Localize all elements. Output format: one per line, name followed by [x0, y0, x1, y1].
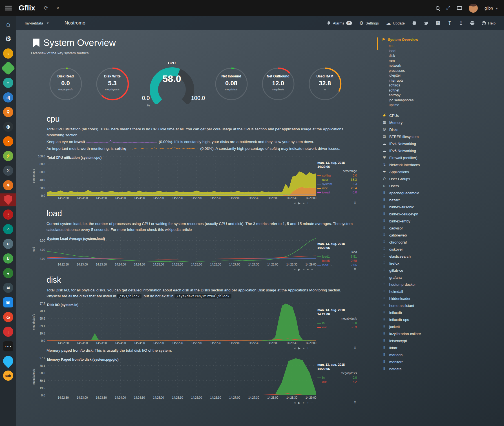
chart-zoom-in-icon[interactable]: +	[307, 401, 309, 404]
menu-item-jackett[interactable]: ⠿jackett	[382, 323, 504, 330]
import-button[interactable]: ↧	[448, 20, 452, 26]
chart-zoom-out-icon[interactable]: −	[311, 401, 313, 404]
chart-pan-left-icon[interactable]: «	[294, 347, 296, 350]
menu-item-elasticsearch[interactable]: ⠿elasticsearch	[382, 253, 504, 260]
menu-item-apacheguacamole[interactable]: ⠿apacheguacamole	[382, 189, 504, 197]
menu-item-system-overview[interactable]: ⚑System Overview	[382, 37, 504, 42]
app-orange-search-icon[interactable]: ⚲	[0, 106, 16, 119]
github-button[interactable]	[412, 21, 417, 25]
app-dark-green-circle-icon[interactable]: ●	[0, 267, 16, 280]
chart-resize-handle-icon[interactable]: ⇕	[353, 267, 356, 271]
menu-item-ipv4-networking[interactable]: ☁IPv4 Networking	[382, 140, 504, 147]
app-blue-drop-icon[interactable]	[0, 354, 16, 367]
legend-out[interactable]: out-5.3	[317, 325, 357, 329]
legend-softirq[interactable]: softirq0.0	[317, 173, 357, 178]
chart-plot-area[interactable]: load6.004.002.00	[47, 237, 316, 262]
chart-resize-handle-icon[interactable]: ⇕	[353, 400, 356, 404]
menu-item-calibreweb[interactable]: ⠿calibreweb	[382, 232, 504, 239]
menu-item-bazarr[interactable]: ⠿bazarr	[382, 197, 504, 204]
settings-button[interactable]: ⚙ Settings	[359, 20, 379, 26]
menu-subitem-load[interactable]: load	[389, 49, 504, 54]
menu-item-netdata[interactable]: ⠿netdata	[382, 365, 504, 373]
home-icon[interactable]: ⌂	[0, 18, 16, 31]
close-tab-icon[interactable]: ×	[56, 5, 59, 11]
app-sabnzbd-icon[interactable]: sab	[0, 369, 16, 382]
facebook-button[interactable]: f	[436, 21, 440, 25]
menu-item-binhex-emby[interactable]: ⠿binhex-emby	[382, 218, 504, 225]
chart-system-pgpgio[interactable]: Memory Paged from/to disk (system.pgpgio…	[31, 358, 358, 400]
net-outbound-gauge[interactable]: Net Outbound12.0megabits/s	[260, 66, 297, 102]
menu-item-disks[interactable]: ⛁Disks	[382, 126, 504, 133]
chart-plot-area[interactable]: megabytes/s97.778.158.639.119.50.0	[47, 358, 316, 395]
chart-zoom-in-icon[interactable]: +	[307, 347, 309, 350]
menu-item-monitorr[interactable]: ⠿monitorr	[382, 358, 504, 365]
app-green-horseshoe-icon[interactable]: ∪	[0, 252, 16, 265]
menu-item-heimdall[interactable]: ⠿heimdall	[382, 288, 504, 295]
menu-subitem-interrupts[interactable]: interrupts	[389, 78, 504, 83]
menu-item-binhex-delugevpn[interactable]: ⠿binhex-delugevpn	[382, 211, 504, 218]
app-orange-spider-icon[interactable]: ✳	[0, 179, 16, 192]
update-button[interactable]: ☁ Update	[386, 20, 405, 26]
menu-item-home-assistant[interactable]: ⠿home-assistant	[382, 302, 504, 309]
legend-load1[interactable]: load16.51	[317, 255, 357, 259]
app-orange-fox-icon[interactable]: ω	[0, 311, 16, 324]
export-button[interactable]: ↥	[459, 20, 463, 26]
menu-item-cadvisor[interactable]: ⠿cadvisor	[382, 225, 504, 232]
menu-item-cpus[interactable]: ⚡CPUs	[382, 112, 504, 119]
menu-item-hiddenloader[interactable]: ⠿hiddenloader	[382, 295, 504, 302]
menu-item-hddtemp-docker[interactable]: ⠿hddtemp-docker	[382, 281, 504, 288]
menu-item-user-groups[interactable]: ⚇User Groups	[382, 175, 504, 182]
menu-item-firefox[interactable]: ⠿firefox	[382, 260, 504, 267]
refresh-icon[interactable]: ⟳	[44, 5, 48, 11]
server-dropdown[interactable]: my-netdata ▼	[25, 21, 49, 25]
menu-item-lazylibrarian-calibre[interactable]: ⠿lazylibrarian-calibre	[382, 330, 504, 337]
app-teal-dots-icon[interactable]: ∴	[0, 223, 16, 236]
cpu-gauge[interactable]: CPU58.00.0100.0%	[141, 62, 203, 106]
legend-system[interactable]: system2.3	[317, 182, 357, 186]
app-gray-magnet-icon[interactable]: ∪	[0, 237, 16, 250]
chart-system-cpu[interactable]: Total CPU utilization (system.cpu)percen…	[31, 156, 358, 200]
app-monochrome-ring-icon[interactable]: ◎	[0, 120, 16, 133]
menu-item-firewall-netfilter-[interactable]: ⛨Firewall (netfilter)	[382, 154, 504, 161]
menu-subitem-idlejitter[interactable]: idlejitter	[389, 73, 504, 78]
net-inbound-gauge[interactable]: Net Inbound0.08megabits/s	[213, 66, 250, 102]
chart-zoom-out-icon[interactable]: −	[311, 268, 313, 271]
menu-item-diskover[interactable]: ⠿diskover	[382, 246, 504, 253]
chart-pan-left-icon[interactable]: «	[294, 401, 296, 404]
menu-item-ipv6-networking[interactable]: ☁IPv6 Networking	[382, 147, 504, 154]
chart-plot-area[interactable]: percentage100.080.060.040.020.00.0	[47, 156, 316, 196]
menu-item-influxdb-ups[interactable]: ⠿influxdb-ups	[382, 316, 504, 323]
menu-item-gitlab-ce[interactable]: ⠿gitlab-ce	[382, 267, 504, 274]
chart-pan-right-icon[interactable]: »	[303, 202, 305, 205]
legend-in[interactable]: in0.0	[317, 321, 357, 325]
chart-pan-right-icon[interactable]: »	[303, 268, 305, 271]
app-blue-equalizer-icon[interactable]: ıl|	[0, 91, 16, 104]
chart-play-icon[interactable]: ▶	[298, 347, 300, 350]
menu-item-grafana[interactable]: ⠿grafana	[382, 274, 504, 281]
app-green-bolt-icon[interactable]: ⚡	[0, 150, 16, 162]
chart-play-icon[interactable]: ▶	[298, 268, 300, 271]
menu-item-lidarr[interactable]: ⠿lidarr	[382, 344, 504, 351]
menu-item-letsencrypt[interactable]: ⠿letsencrypt	[382, 337, 504, 344]
menu-item-memory[interactable]: ▦Memory	[382, 119, 504, 126]
chart-resize-handle-icon[interactable]: ⇕	[353, 346, 356, 350]
app-red-shield-icon[interactable]	[0, 193, 16, 206]
user-menu[interactable]: gilbn ▼	[485, 6, 498, 11]
menu-subitem-ipc-semaphores[interactable]: ipc semaphores	[389, 98, 504, 103]
avatar[interactable]	[469, 4, 478, 13]
menu-subitem-disk[interactable]: disk	[389, 53, 504, 59]
legend-user[interactable]: user35.3	[317, 178, 357, 182]
screen-cast-icon[interactable]	[457, 6, 462, 10]
chart-play-icon[interactable]: ▶	[298, 401, 300, 404]
menu-subitem-softirqs[interactable]: softirqs	[389, 83, 504, 88]
app-blue-tile-icon[interactable]: ▣	[0, 296, 16, 309]
menu-subitem-entropy[interactable]: entropy	[389, 93, 504, 98]
chart-system-io[interactable]: Disk I/O (system.io)megabytes/s97.778.15…	[31, 304, 358, 345]
legend-load5[interactable]: load52.68	[317, 259, 357, 263]
menu-subitem-processes[interactable]: processes	[389, 68, 504, 73]
chart-pan-right-icon[interactable]: »	[303, 401, 305, 404]
fullscreen-icon[interactable]: ⤢	[446, 5, 450, 11]
legend-iowait[interactable]: iowait0.0	[317, 190, 357, 195]
alarms-button[interactable]: Alarms 2	[327, 21, 352, 25]
app-lazylibrarian-icon[interactable]: LAZY	[0, 340, 16, 353]
